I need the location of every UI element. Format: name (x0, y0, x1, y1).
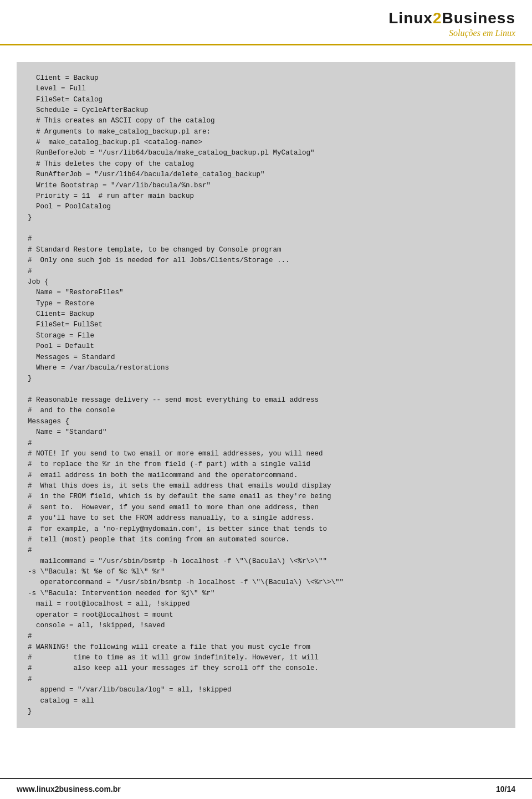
footer-url: www.linux2business.com.br (17, 785, 121, 793)
footer-page: 10/14 (496, 785, 515, 793)
logo-two: 2 (433, 9, 442, 27)
logo-subtitle: Soluções em Linux (449, 28, 515, 38)
code-block: Client = Backup Level = Full FileSet= Ca… (17, 62, 515, 729)
logo-linux: Linux (388, 9, 433, 27)
logo-business: Business (442, 9, 516, 27)
main-content: Client = Backup Level = Full FileSet= Ca… (0, 45, 532, 778)
header: Linux2Business Soluções em Linux (0, 0, 532, 45)
logo-container: Linux2Business Soluções em Linux (388, 10, 515, 38)
logo-title: Linux2Business (388, 10, 515, 27)
footer: www.linux2business.com.br 10/14 (0, 778, 532, 799)
